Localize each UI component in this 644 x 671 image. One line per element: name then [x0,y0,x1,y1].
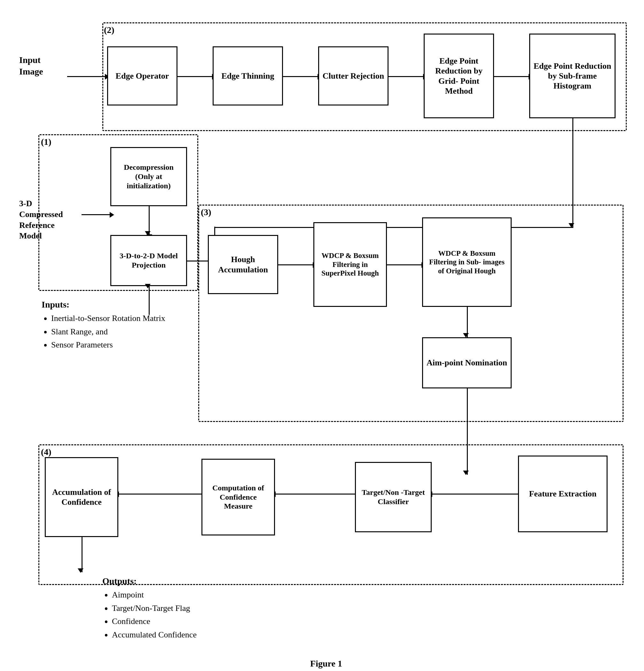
edge-point-sub-box: Edge Point Reduction by Sub-frame Histog… [529,34,616,118]
inputs-label: Inputs: [41,299,70,311]
arrow-clutter-grid [389,76,424,77]
wdcp-sub-box: WDCP & Boxsum Filtering in Sub- images o… [422,217,512,307]
model-projection-box: 3-D-to-2-D Model Projection [110,235,187,286]
output-bullet-3: Confidence [112,615,197,628]
arrow-feature-class [432,494,518,495]
arrow-decomp-proj [149,206,150,235]
inputs-bullets: Inertial-to-Sensor Rotation Matrix Slant… [41,312,165,352]
edge-operator-box: Edge Operator [107,46,177,105]
input-bullet-2: Slant Range, and [51,325,165,339]
section2-label: (2) [104,25,114,35]
output-bullet-2: Target/Non-Target Flag [112,602,197,615]
hough-accum-box: Hough Accumulation [208,235,278,294]
input-bullet-1: Inertial-to-Sensor Rotation Matrix [51,312,165,325]
arrow-ref-decomp [81,214,110,215]
reference-model-label: 3-DCompressedReferenceModel [19,198,63,241]
classifier-box: Target/Non -Target Classifier [355,462,432,532]
arrowhead-accum-down [78,568,84,573]
aimpoint-box: Aim-point Nomination [422,337,512,389]
arrow-thin-clutter [283,76,318,77]
section3-label: (3) [201,207,211,217]
figure-caption: Figure 1 [294,659,358,669]
arrow-grid-sub [494,76,529,77]
arrowhead-inputs [145,284,151,288]
clutter-rejection-box: Clutter Rejection [318,46,389,105]
accumulation-box: Accumulation of Confidence [45,457,118,537]
edge-point-grid-box: Edge Point Reduction by Grid- Point Meth… [424,34,494,118]
arrow-wdcp-sub [387,264,422,265]
feature-extraction-box: Feature Extraction [518,456,608,532]
arrow-class-comp [275,494,355,495]
arrow-wdcp-aim [467,307,468,337]
arrow-comp-accum [118,494,201,495]
outputs-bullets: Aimpoint Target/Non-Target Flag Confiden… [102,588,197,641]
input-bullet-3: Sensor Parameters [51,338,165,352]
arrow-accum-down [81,537,83,572]
computation-box: Computation of Confidence Measure [201,459,275,535]
arrow-inputs-proj [149,286,150,315]
input-image-label: InputImage [19,54,43,78]
section4-label: (4) [41,447,51,457]
edge-thinning-box: Edge Thinning [213,46,283,105]
outputs-label: Outputs: [102,575,137,587]
output-bullet-4: Accumulated Confidence [112,628,197,642]
arrow-edge-thin [177,76,213,77]
arrowhead-aim [463,333,469,338]
arrow-hough-wdcp [278,264,313,265]
wdcp-super-box: WDCP & Boxsum Filtering in SuperPixel Ho… [313,222,387,307]
section1-label: (1) [41,137,51,147]
arrow-input-edge [67,76,105,77]
decompression-box: Decompression (Only at initialization) [110,147,187,206]
diagram-container: (2) InputImage Edge Operator Edge Thinni… [13,13,640,659]
output-bullet-1: Aimpoint [112,588,197,602]
